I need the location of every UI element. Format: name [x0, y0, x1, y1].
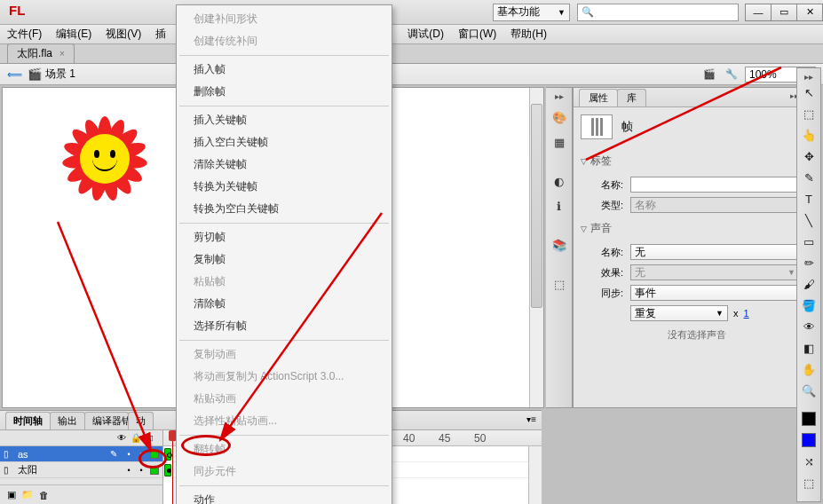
edit-symbol-icon[interactable]: 🔧 — [722, 67, 741, 83]
snap-icon[interactable]: ⬚ — [799, 473, 819, 492]
timeline-menu-icon[interactable]: ▾≡ — [526, 414, 536, 424]
section-label[interactable]: ▽标签 — [581, 150, 813, 172]
swap-colors-icon[interactable]: ⤭ — [799, 452, 819, 471]
tab-properties[interactable]: 属性 — [579, 89, 618, 106]
keyframe[interactable] — [164, 464, 171, 476]
stroke-swatch[interactable] — [799, 409, 819, 429]
tab-motion[interactable]: 动 — [128, 412, 154, 429]
menu-window[interactable]: 窗口(W) — [458, 27, 496, 42]
name-label: 名称: — [581, 178, 623, 192]
text-tool-icon[interactable]: T — [799, 189, 819, 209]
frames-scrollbar-v[interactable] — [528, 446, 542, 504]
lock-dot[interactable]: • — [135, 450, 147, 459]
paint-bucket-tool-icon[interactable]: 🪣 — [799, 295, 819, 315]
tab-output[interactable]: 输出 — [50, 412, 85, 429]
visibility-dot[interactable]: • — [123, 466, 135, 475]
context-menu-item[interactable]: 插入帧 — [178, 59, 391, 81]
repeat-count[interactable]: 1 — [744, 308, 749, 319]
section-sound[interactable]: ▽声音 — [581, 217, 813, 240]
new-folder-icon[interactable]: 📁 — [20, 489, 36, 500]
context-menu-item[interactable]: 转换为空白关键帧 — [178, 198, 391, 220]
keyframe[interactable] — [164, 448, 171, 461]
lock-dot[interactable]: • — [135, 466, 147, 475]
divider — [550, 260, 569, 269]
minimize-button[interactable]: — — [745, 4, 772, 21]
eyedropper-tool-icon[interactable]: 👁 — [799, 317, 819, 336]
selection-tool-icon[interactable]: ↖ — [799, 83, 819, 102]
context-menu-item[interactable]: 删除帧 — [178, 81, 391, 103]
layer-row[interactable]: ▯ as ✎ • • — [0, 446, 162, 462]
search-input[interactable]: 🔍 — [577, 4, 739, 21]
free-transform-tool-icon[interactable]: 👆 — [799, 125, 819, 145]
lasso-tool-icon[interactable]: ✥ — [799, 146, 819, 166]
color-panel-icon[interactable]: 🎨 — [550, 107, 569, 127]
sound-name-dropdown[interactable]: 无▼ — [630, 244, 813, 260]
menu-file[interactable]: 文件(F) — [7, 27, 42, 42]
pencil-tool-icon[interactable]: ✏ — [799, 253, 819, 272]
tools-collapse-icon[interactable]: ▸▸ — [804, 72, 813, 82]
tab-timeline[interactable]: 时间轴 — [5, 412, 51, 429]
close-button[interactable]: ✕ — [796, 4, 823, 21]
pen-tool-icon[interactable]: ✎ — [799, 168, 819, 187]
fill-swatch[interactable] — [799, 430, 819, 450]
swatches-panel-icon[interactable]: ▦ — [550, 132, 569, 152]
tab-compiler-errors[interactable]: 编译器错误 — [84, 412, 129, 429]
menu-insert[interactable]: 插 — [155, 27, 166, 42]
info-panel-icon[interactable]: ℹ — [550, 196, 569, 216]
menu-debug[interactable]: 调试(D) — [408, 27, 444, 42]
outline-swatch[interactable] — [150, 466, 159, 475]
close-tab-icon[interactable]: × — [59, 49, 65, 59]
lock-column-icon[interactable]: 🔒 — [129, 433, 143, 443]
new-layer-icon[interactable]: ▣ — [4, 489, 20, 500]
sync-dropdown[interactable]: 事件▼ — [630, 285, 813, 301]
menu-edit[interactable]: 编辑(E) — [56, 27, 91, 42]
eye-column-icon[interactable]: 👁 — [115, 433, 129, 443]
context-menu-item[interactable]: 转换为关键帧 — [178, 176, 391, 198]
repeat-dropdown[interactable]: 重复▼ — [630, 305, 728, 321]
brush-tool-icon[interactable]: 🖌 — [799, 274, 819, 294]
context-menu-item[interactable]: 清除帧 — [178, 293, 391, 315]
playhead[interactable] — [172, 430, 173, 504]
context-menu-item[interactable]: 复制帧 — [178, 248, 391, 271]
search-field[interactable] — [597, 7, 734, 18]
hand-tool-icon[interactable]: ✋ — [799, 359, 819, 379]
back-arrow-icon[interactable]: ⟸ — [7, 68, 22, 81]
edit-scene-icon[interactable]: 🎬 — [700, 67, 719, 83]
layer-row[interactable]: ▯ 太阳 • • — [0, 462, 162, 478]
outline-swatch[interactable] — [150, 450, 159, 459]
line-tool-icon[interactable]: ╲ — [799, 210, 819, 230]
transform-panel-icon[interactable]: ⬚ — [550, 274, 569, 294]
subselection-tool-icon[interactable]: ⬚ — [799, 104, 819, 123]
context-menu-item: 选择性粘贴动画... — [178, 410, 391, 432]
layer-name[interactable]: as — [16, 449, 110, 460]
document-tab[interactable]: 太阳.fla × — [7, 43, 75, 63]
eraser-tool-icon[interactable]: ◧ — [799, 338, 819, 358]
context-menu-item[interactable]: 插入空白关键帧 — [178, 131, 391, 154]
context-menu-item[interactable]: 动作 — [178, 489, 391, 504]
document-tab-name: 太阳.fla — [17, 46, 52, 61]
context-menu-item[interactable]: 剪切帧 — [178, 226, 391, 248]
frame-name-input[interactable] — [630, 177, 813, 193]
maximize-button[interactable]: ▭ — [771, 4, 797, 21]
stage-scrollbar-v[interactable] — [529, 88, 543, 407]
visibility-dot[interactable]: • — [123, 450, 135, 459]
sync-label: 同步: — [581, 287, 623, 300]
menu-help[interactable]: 帮助(H) — [510, 27, 547, 42]
rectangle-tool-icon[interactable]: ▭ — [799, 232, 819, 251]
align-panel-icon[interactable]: ◐ — [550, 171, 569, 191]
library-panel-icon[interactable]: 📚 — [550, 235, 569, 255]
layer-name[interactable]: 太阳 — [16, 463, 123, 476]
menu-view[interactable]: 视图(V) — [106, 27, 141, 42]
outline-column-icon[interactable]: □ — [143, 433, 157, 443]
zoom-tool-icon[interactable]: 🔍 — [799, 381, 819, 400]
context-menu-item[interactable]: 选择所有帧 — [178, 315, 391, 337]
context-menu-item[interactable]: 清除关键帧 — [178, 154, 391, 176]
no-sound-message: 没有选择声音 — [581, 328, 813, 342]
tab-library[interactable]: 库 — [617, 89, 646, 106]
workspace-dropdown[interactable]: 基本功能 ▼ — [493, 4, 570, 21]
context-menu-item[interactable]: 插入关键帧 — [178, 109, 391, 131]
delete-layer-icon[interactable]: 🗑 — [36, 490, 51, 500]
stage-object-sunflower[interactable] — [60, 114, 149, 203]
dock-collapse-icon[interactable]: ▸▸ — [555, 91, 564, 101]
context-menu-item: 复制动画 — [178, 343, 391, 366]
